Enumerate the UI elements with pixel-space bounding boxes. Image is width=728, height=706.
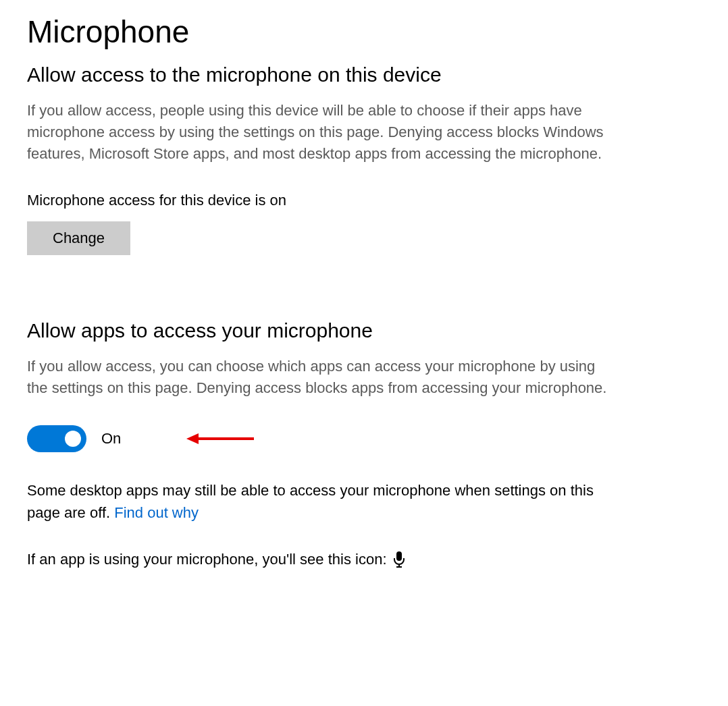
- device-access-description: If you allow access, people using this d…: [27, 100, 615, 165]
- svg-rect-2: [396, 551, 402, 561]
- app-access-toggle[interactable]: [27, 425, 86, 452]
- svg-marker-1: [186, 433, 199, 444]
- app-access-description: If you allow access, you can choose whic…: [27, 356, 615, 399]
- page-title: Microphone: [27, 13, 701, 50]
- microphone-icon: [392, 551, 406, 568]
- find-out-why-link[interactable]: Find out why: [114, 504, 199, 521]
- change-button[interactable]: Change: [27, 221, 130, 255]
- toggle-knob: [65, 431, 81, 447]
- icon-line-text: If an app is using your microphone, you'…: [27, 551, 387, 568]
- desktop-apps-note: Some desktop apps may still be able to a…: [27, 479, 615, 524]
- mic-in-use-icon-line: If an app is using your microphone, you'…: [27, 551, 701, 568]
- device-access-status: Microphone access for this device is on: [27, 192, 701, 209]
- section-heading-device-access: Allow access to the microphone on this d…: [27, 63, 701, 86]
- section-heading-app-access: Allow apps to access your microphone: [27, 319, 701, 342]
- note-text: Some desktop apps may still be able to a…: [27, 482, 594, 521]
- toggle-state-label: On: [101, 430, 121, 447]
- annotation-arrow-icon: [186, 431, 254, 447]
- app-access-toggle-row: On: [27, 425, 701, 452]
